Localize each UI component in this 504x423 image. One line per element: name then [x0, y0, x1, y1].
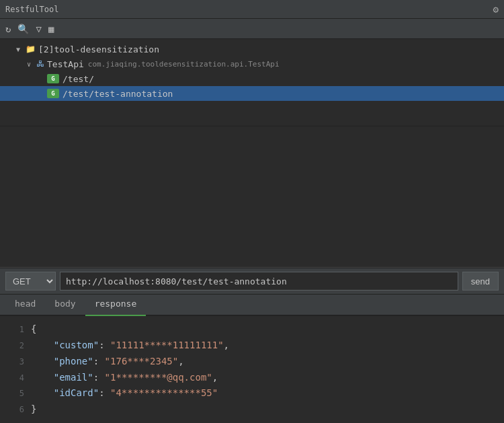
toolbar: ↻ 🔍 ▽ ▦: [0, 19, 504, 39]
tree-item-test-annotation[interactable]: G /test/test-annotation: [0, 86, 504, 101]
testapi-subtitle: com.jiaqing.tooldesensitization.api.Test…: [88, 60, 280, 69]
request-bar: GET POST PUT DELETE PATCH send: [0, 268, 504, 295]
val-email: "1*********@qq.com": [105, 372, 212, 383]
send-button[interactable]: send: [462, 272, 499, 291]
url-input[interactable]: [60, 272, 458, 291]
tree-item-test[interactable]: G /test/: [0, 71, 504, 86]
line-num-4: 4: [8, 371, 24, 385]
val-phone: "176****2345": [105, 356, 179, 367]
tree-item-label-folder-root: [2]tool-desensitization: [38, 44, 159, 54]
code-line-3: 3 "phone": "176****2345",: [8, 354, 496, 370]
val-idcard: "4**************55": [110, 387, 218, 398]
line-num-1: 1: [8, 323, 24, 336]
empty-area: [0, 126, 504, 267]
get-badge-test: G: [47, 74, 59, 83]
open-brace: {: [31, 323, 36, 334]
bottom-panel: GET POST PUT DELETE PATCH send head body…: [0, 267, 504, 423]
server-icon: 🖧: [36, 59, 44, 69]
tree-item-label-test: /test/: [62, 74, 94, 84]
tab-response[interactable]: response: [85, 295, 146, 316]
tree-panel: ▼ 📁 [2]tool-desensitization ∨ 🖧 TestApi …: [0, 39, 504, 126]
val-custom: "11111*****11111111": [110, 340, 224, 350]
close-brace: }: [31, 403, 36, 414]
chevron-folder-root: ▼: [16, 46, 26, 53]
code-line-6: 6 }: [8, 401, 496, 418]
title-bar-right: ⚙: [493, 4, 499, 15]
key-custom: "custom": [54, 340, 99, 350]
code-line-1: 1 {: [8, 321, 496, 338]
line-num-6: 6: [8, 403, 24, 416]
tree-item-label-annotation: /test/test-annotation: [62, 89, 173, 99]
code-line-2: 2 "custom": "11111*****11111111",: [8, 338, 496, 354]
method-select[interactable]: GET POST PUT DELETE PATCH: [5, 272, 56, 291]
response-area: 1 { 2 "custom": "11111*****11111111", 3 …: [0, 316, 504, 423]
tree-item-folder-root[interactable]: ▼ 📁 [2]tool-desensitization: [0, 42, 504, 56]
line-num-2: 2: [8, 339, 24, 352]
key-phone: "phone": [54, 356, 93, 367]
folder-icon: 📁: [26, 44, 36, 54]
tabs-bar: head body response: [0, 295, 504, 316]
code-line-4: 4 "email": "1*********@qq.com",: [8, 370, 496, 386]
tab-head[interactable]: head: [5, 295, 45, 316]
title-bar: RestfulTool ⚙: [0, 0, 504, 19]
code-line-5: 5 "idCard": "4**************55": [8, 385, 496, 401]
chevron-testapi: ∨: [27, 61, 36, 68]
get-badge-annotation: G: [47, 89, 59, 98]
tab-body[interactable]: body: [45, 295, 85, 316]
key-email: "email": [54, 372, 93, 383]
refresh-icon[interactable]: ↻: [5, 24, 11, 34]
app-title: RestfulTool: [5, 5, 58, 14]
settings-icon[interactable]: ⚙: [493, 4, 499, 15]
tree-item-testapi[interactable]: ∨ 🖧 TestApi com.jiaqing.tooldesensitizat…: [0, 56, 504, 71]
app-container: RestfulTool ⚙ ↻ 🔍 ▽ ▦ ▼ 📁 [2]tool-desens…: [0, 0, 504, 423]
search-icon[interactable]: 🔍: [17, 24, 29, 34]
line-num-5: 5: [8, 387, 24, 400]
chart-icon[interactable]: ▦: [48, 24, 54, 34]
key-idcard: "idCard": [54, 387, 99, 398]
line-num-3: 3: [8, 355, 24, 369]
filter-icon[interactable]: ▽: [36, 24, 41, 34]
tree-item-label-testapi: TestApi: [47, 59, 84, 69]
